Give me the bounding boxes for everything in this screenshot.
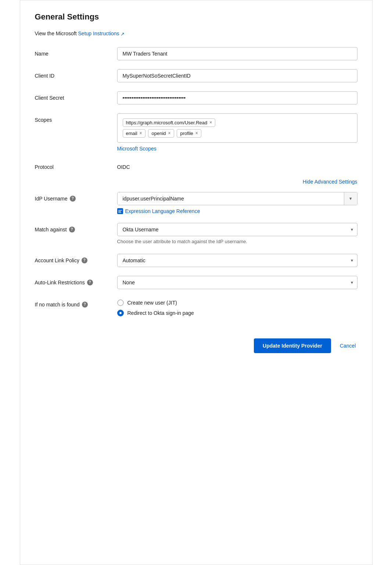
name-row: Name <box>35 47 357 60</box>
cancel-button[interactable]: Cancel <box>338 338 357 353</box>
radio-redirect-okta[interactable]: Redirect to Okta sign-in page <box>117 310 357 316</box>
auto-link-restrictions-row: Auto-Link Restrictions ? None Any Group … <box>35 276 357 289</box>
client-id-input[interactable] <box>117 69 357 82</box>
no-match-label: If no match is found ? <box>35 298 108 308</box>
client-id-row: Client ID <box>35 69 357 82</box>
scope-tag-email: email × <box>123 129 145 138</box>
match-against-field-wrapper: Okta Username Email Username ▾ Choose th… <box>117 223 357 245</box>
radio-redirect-okta-label: Redirect to Okta sign-in page <box>127 310 194 316</box>
match-against-help-icon: ? <box>69 227 75 232</box>
scopes-field-wrapper: https://graph.microsoft.com/User.Read × … <box>117 113 357 152</box>
radio-create-new-user-indicator[interactable] <box>117 299 124 306</box>
idp-username-field-wrapper: ▾ Expression Language Reference <box>117 192 357 214</box>
no-match-row: If no match is found ? Create new user (… <box>35 298 357 316</box>
protocol-value: OIDC <box>117 160 357 170</box>
account-link-policy-label: Account Link Policy ? <box>35 254 108 263</box>
protocol-value-wrapper: OIDC <box>117 160 357 170</box>
match-against-select[interactable]: Okta Username Email Username <box>117 223 357 236</box>
radio-redirect-okta-indicator[interactable] <box>117 310 124 316</box>
auto-link-restrictions-field-wrapper: None Any Group Custom ▾ <box>117 276 357 289</box>
setup-instructions-prefix: View the Microsoft <box>35 31 77 36</box>
expression-language-link[interactable]: Expression Language Reference <box>117 208 357 214</box>
hide-advanced-settings: Hide Advanced Settings <box>35 179 357 185</box>
svg-rect-3 <box>118 212 121 213</box>
idp-username-dropdown-button[interactable]: ▾ <box>344 192 357 205</box>
setup-instructions-row: View the Microsoft Setup Instructions ↗ <box>35 31 357 37</box>
radio-create-new-user-label: Create new user (JIT) <box>127 300 177 306</box>
svg-rect-1 <box>118 210 122 211</box>
match-against-help-text: Choose the user attribute to match again… <box>117 238 357 245</box>
account-link-policy-field-wrapper: Automatic Disabled Custom ▾ <box>117 254 357 267</box>
name-input[interactable] <box>117 47 357 60</box>
page-title: General Settings <box>35 12 357 22</box>
hide-advanced-settings-link[interactable]: Hide Advanced Settings <box>303 179 357 185</box>
radio-create-new-user[interactable]: Create new user (JIT) <box>117 299 357 306</box>
footer-actions: Update Identity Provider Cancel <box>35 331 357 353</box>
account-link-policy-select[interactable]: Automatic Disabled Custom <box>117 254 357 267</box>
setup-instructions-link[interactable]: Setup Instructions ↗ <box>78 31 125 36</box>
match-against-label: Match against ? <box>35 223 108 232</box>
remove-scope-graph[interactable]: × <box>209 120 212 125</box>
auto-link-restrictions-select[interactable]: None Any Group Custom <box>117 276 357 289</box>
scopes-label: Scopes <box>35 113 108 123</box>
chevron-down-icon: ▾ <box>349 196 352 201</box>
idp-username-help-icon: ? <box>70 196 76 202</box>
name-field-wrapper <box>117 47 357 60</box>
scopes-row: Scopes https://graph.microsoft.com/User.… <box>35 113 357 152</box>
account-link-policy-help-icon: ? <box>82 257 87 263</box>
idp-username-input-group: ▾ <box>117 192 357 205</box>
remove-scope-openid[interactable]: × <box>168 131 171 136</box>
scope-tag-profile: profile × <box>177 129 201 138</box>
scopes-box[interactable]: https://graph.microsoft.com/User.Read × … <box>117 113 357 143</box>
client-id-field-wrapper <box>117 69 357 82</box>
account-link-policy-row: Account Link Policy ? Automatic Disabled… <box>35 254 357 267</box>
match-against-select-wrapper: Okta Username Email Username ▾ <box>117 223 357 236</box>
scope-tag-openid: openid × <box>148 129 174 138</box>
auto-link-restrictions-help-icon: ? <box>87 280 93 285</box>
match-against-row: Match against ? Okta Username Email User… <box>35 223 357 245</box>
client-id-label: Client ID <box>35 69 108 79</box>
account-link-policy-select-wrapper: Automatic Disabled Custom ▾ <box>117 254 357 267</box>
scope-tag-graph: https://graph.microsoft.com/User.Read × <box>123 118 216 127</box>
no-match-help-icon: ? <box>82 302 88 308</box>
protocol-label: Protocol <box>35 160 108 170</box>
remove-scope-profile[interactable]: × <box>195 131 198 136</box>
idp-username-label: IdP Username ? <box>35 192 108 202</box>
protocol-row: Protocol OIDC <box>35 160 357 170</box>
expression-icon <box>117 208 123 214</box>
name-label: Name <box>35 47 108 57</box>
client-secret-field-wrapper <box>117 91 357 104</box>
update-identity-provider-button[interactable]: Update Identity Provider <box>254 338 331 353</box>
client-secret-row: Client Secret <box>35 91 357 104</box>
remove-scope-email[interactable]: × <box>140 131 142 136</box>
idp-username-row: IdP Username ? ▾ Expression Language Ref… <box>35 192 357 214</box>
auto-link-restrictions-select-wrapper: None Any Group Custom ▾ <box>117 276 357 289</box>
microsoft-scopes-link[interactable]: Microsoft Scopes <box>117 146 357 152</box>
client-secret-input[interactable] <box>117 91 357 104</box>
svg-rect-2 <box>118 211 121 212</box>
auto-link-restrictions-label: Auto-Link Restrictions ? <box>35 276 108 285</box>
no-match-field-wrapper: Create new user (JIT) Redirect to Okta s… <box>117 298 357 316</box>
no-match-radio-group: Create new user (JIT) Redirect to Okta s… <box>117 298 357 316</box>
external-link-icon: ↗ <box>121 31 125 37</box>
client-secret-label: Client Secret <box>35 91 108 101</box>
idp-username-input[interactable] <box>118 192 344 205</box>
main-container: General Settings View the Microsoft Setu… <box>20 0 373 565</box>
